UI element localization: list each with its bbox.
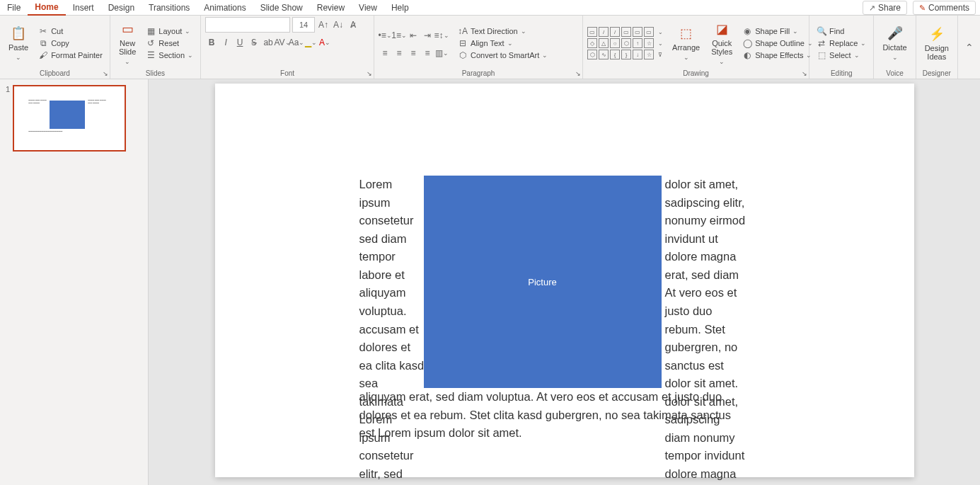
increase-font-icon[interactable]: A↑: [317, 18, 330, 31]
bullets-button[interactable]: •≡: [379, 29, 391, 42]
slides-group-label: Slides: [115, 69, 196, 79]
shapes-gallery[interactable]: ▭//▭▭▭⌄ ◇△○⬡↑☆⌄ ⬡∿{}↓☆⊽: [587, 27, 665, 59]
shadow-button[interactable]: ab: [262, 36, 275, 49]
cut-icon: ✂: [38, 26, 48, 36]
tab-transitions[interactable]: Transitions: [142, 1, 197, 15]
dictate-label: Dictate: [882, 43, 906, 62]
replace-label: Replace: [829, 39, 858, 47]
dialog-launcher-icon[interactable]: ↘: [575, 70, 581, 77]
copy-button[interactable]: ⧉Copy: [35, 38, 105, 49]
arrange-icon: ⬚: [678, 25, 695, 42]
tab-animations[interactable]: Animations: [197, 1, 253, 15]
dialog-launcher-icon[interactable]: ↘: [367, 70, 372, 77]
columns-button[interactable]: ▥: [435, 47, 448, 59]
group-clipboard: 📋 Paste ✂Cut ⧉Copy 🖌Format Painter Clipb…: [0, 16, 110, 79]
section-icon: ☰: [146, 50, 156, 60]
tab-slideshow[interactable]: Slide Show: [253, 1, 310, 15]
indent-button[interactable]: ⇥: [421, 29, 434, 42]
reset-button[interactable]: ↺Reset: [143, 38, 196, 49]
find-button[interactable]: 🔍Find: [814, 25, 869, 37]
italic-button[interactable]: I: [219, 36, 232, 49]
section-button[interactable]: ☰Section: [143, 50, 196, 61]
shape-outline-button[interactable]: ◯Shape Outline: [739, 38, 816, 49]
clear-format-icon[interactable]: A̷: [347, 18, 359, 31]
dialog-launcher-icon[interactable]: ↘: [103, 70, 108, 77]
comments-button[interactable]: Comments: [913, 1, 976, 15]
align-right-button[interactable]: ≡: [407, 47, 420, 59]
strike-button[interactable]: S̶: [248, 36, 260, 49]
cut-button[interactable]: ✂Cut: [35, 25, 105, 37]
convert-label: Convert to SmartArt: [471, 51, 539, 59]
bold-button[interactable]: B: [205, 36, 218, 49]
tab-help[interactable]: Help: [384, 1, 416, 15]
smartart-icon: ⬡: [458, 50, 468, 60]
collapse-ribbon-icon[interactable]: ⌃: [958, 42, 980, 53]
tab-file[interactable]: File: [0, 1, 28, 15]
slide-editor: Lorem ipsum consetetur sed diam tempor l…: [149, 79, 980, 485]
thumbnail-panel: 1 ▬▬▬ ▬▬ ▬▬▬ ▬▬ ▬▬▬ ▬▬▬ ▬▬ ▬▬▬ ▬▬ ▬▬▬ ▬▬…: [0, 79, 149, 485]
select-button[interactable]: ⬚Select: [814, 50, 869, 61]
case-button[interactable]: Aa: [290, 36, 303, 49]
designer-group-label: Designer: [921, 69, 953, 79]
share-button[interactable]: Share: [863, 1, 907, 15]
highlight-button[interactable]: ▁: [304, 36, 317, 49]
convert-smartart-button[interactable]: ⬡Convert to SmartArt: [455, 50, 550, 61]
arrange-button[interactable]: ⬚ Arrange: [668, 23, 704, 63]
font-name-select[interactable]: [205, 17, 290, 33]
font-color-button[interactable]: A: [318, 36, 331, 49]
font-group-label: Font: [205, 69, 369, 79]
replace-button[interactable]: ⇄Replace: [814, 38, 869, 49]
layout-icon: ▦: [146, 26, 156, 36]
align-center-button[interactable]: ≡: [393, 47, 405, 59]
layout-button[interactable]: ▦Layout: [143, 25, 196, 37]
tab-view[interactable]: View: [352, 1, 384, 15]
quick-styles-label: Quick Styles: [711, 39, 732, 66]
text-direction-label: Text Direction: [471, 27, 518, 35]
voice-group-label: Voice: [878, 69, 911, 79]
underline-button[interactable]: U: [234, 36, 246, 49]
tab-insert[interactable]: Insert: [66, 1, 101, 15]
align-text-button[interactable]: ⊟Align Text: [455, 38, 550, 49]
line-spacing-button[interactable]: ≡↕: [435, 29, 448, 42]
new-slide-label: New Slide: [119, 39, 136, 66]
design-ideas-button[interactable]: ⚡ Design Ideas: [921, 24, 953, 62]
select-label: Select: [829, 51, 851, 59]
quick-styles-icon: ◪: [713, 21, 730, 38]
align-left-button[interactable]: ≡: [379, 47, 391, 59]
clipboard-group-label: Clipboard: [4, 69, 105, 79]
dialog-launcher-icon[interactable]: ↘: [802, 70, 807, 77]
shape-effects-button[interactable]: ◐Shape Effects: [739, 50, 816, 61]
shape-fill-button[interactable]: ◉Shape Fill: [739, 25, 816, 37]
justify-button[interactable]: ≡: [421, 47, 434, 59]
comments-icon: [919, 3, 926, 13]
format-painter-label: Format Painter: [51, 51, 103, 59]
spacing-button[interactable]: AV: [276, 36, 289, 49]
paste-button[interactable]: 📋 Paste: [4, 23, 33, 63]
copy-icon: ⧉: [38, 38, 48, 48]
group-voice: 🎤 Dictate Voice: [874, 16, 916, 79]
numbering-button[interactable]: 1≡: [393, 29, 405, 42]
format-painter-button[interactable]: 🖌Format Painter: [35, 50, 105, 61]
outdent-button[interactable]: ⇤: [407, 29, 420, 42]
tab-design[interactable]: Design: [101, 1, 142, 15]
reset-icon: ↺: [146, 38, 156, 48]
picture-placeholder[interactable]: Picture: [424, 176, 662, 388]
cut-label: Cut: [51, 27, 63, 35]
new-slide-button[interactable]: ▭ New Slide: [115, 19, 140, 67]
slide-thumbnail-1[interactable]: ▬▬▬ ▬▬ ▬▬▬ ▬▬ ▬▬▬ ▬▬▬ ▬▬ ▬▬▬ ▬▬ ▬▬▬ ▬▬▬▬…: [13, 85, 126, 152]
tab-home[interactable]: Home: [28, 0, 65, 16]
text-direction-button[interactable]: ↕AText Direction: [455, 25, 550, 37]
section-label: Section: [158, 51, 185, 59]
slide-canvas[interactable]: Lorem ipsum consetetur sed diam tempor l…: [215, 84, 914, 477]
ribbon: 📋 Paste ✂Cut ⧉Copy 🖌Format Painter Clipb…: [0, 16, 980, 79]
tab-review[interactable]: Review: [310, 1, 352, 15]
dictate-button[interactable]: 🎤 Dictate: [878, 23, 911, 63]
text-bottom[interactable]: aliquyam erat, sed diam voluptua. At ver…: [359, 388, 745, 443]
decrease-font-icon[interactable]: A↓: [332, 18, 345, 31]
quick-styles-button[interactable]: ◪ Quick Styles: [707, 19, 737, 67]
thumb-text: ▬▬▬▬▬▬▬▬▬▬▬▬▬▬▬▬: [28, 130, 113, 133]
select-icon: ⬚: [817, 50, 826, 60]
replace-icon: ⇄: [817, 38, 826, 48]
font-size-select[interactable]: [292, 17, 315, 33]
arrange-label: Arrange: [672, 43, 700, 62]
